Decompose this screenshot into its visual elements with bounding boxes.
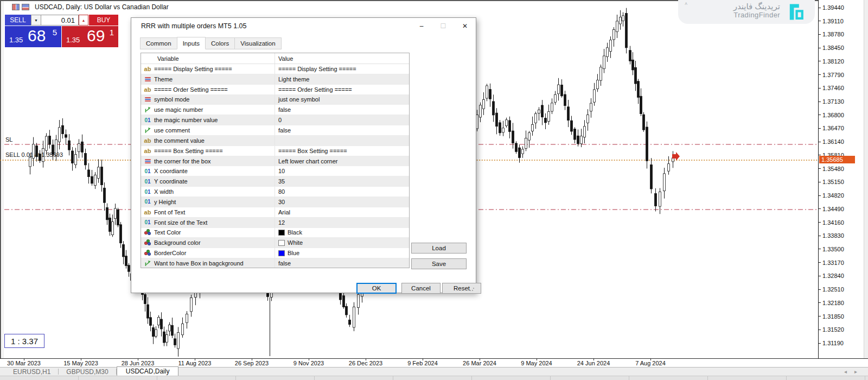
param-value[interactable]: White [275,238,409,248]
param-row[interactable]: 01y Height30 [141,197,409,207]
time-tick-label: 28 Jun 2023 [122,360,155,366]
param-name: the magic number value [154,117,275,123]
chart-title: USDCAD, Daily: US Dollar vs Canadian Dol… [35,3,169,11]
param-name: the comment value [154,137,275,144]
chart-tab-gbpusd-m30[interactable]: GBPUSD,M30 [59,368,116,376]
minimize-button[interactable]: – [411,18,432,34]
param-value[interactable]: 80 [275,187,409,197]
stop-loss-label: SL [5,136,12,143]
param-value[interactable]: ===== Order Setting ===== [275,85,409,94]
param-value[interactable]: Light theme [275,74,409,84]
cancel-button[interactable]: Cancel [401,283,441,294]
param-value[interactable]: Arial [275,207,409,217]
price-tick: 1.34820 [819,192,844,199]
param-row[interactable]: abFont of TextArial [141,207,409,218]
tab-scroll-arrows[interactable]: ◂▸ [844,369,865,375]
param-value[interactable]: false [275,125,409,135]
dialog-tab-common[interactable]: Common [140,37,177,49]
param-value[interactable]: 0 [275,115,409,125]
param-row[interactable]: symbol modejust one symbol [141,95,409,105]
price-tick-label: 1.36140 [822,138,844,145]
tab-scroll-right-icon[interactable]: ▸ [854,369,865,375]
tick-mark [819,222,821,223]
param-row[interactable]: Background colorWhite [141,238,409,248]
bid-price-display[interactable]: 1.35 68 5 [5,26,61,47]
param-row[interactable]: 01X coordiante10 [141,166,409,176]
price-tick: 1.39110 [819,17,844,24]
volume-input[interactable]: 0.01 [41,15,79,26]
save-button[interactable]: Save [411,258,467,269]
price-tick: 1.37460 [819,85,844,92]
tick-mark [819,195,821,196]
param-row[interactable]: ab===== Box Setting ========== Box Setti… [141,146,409,156]
price-scale[interactable]: 1.35685 1.394401.391101.387801.384501.38… [818,0,868,358]
ask-price-display[interactable]: 1.35 69 1 [62,26,118,47]
param-value[interactable]: Left lower chart corner [275,156,409,166]
param-row[interactable]: abthe comment value [141,136,409,146]
integer-param-icon: 01 [144,199,150,205]
param-value[interactable]: ===== Box Setting ===== [275,146,409,156]
dialog-tab-colors[interactable]: Colors [205,37,235,49]
tab-scroll-left-icon[interactable]: ◂ [844,369,854,375]
price-tick-label: 1.31850 [822,313,844,320]
param-row[interactable]: 01Y coordinate35 [141,176,409,187]
param-row[interactable]: Text ColorBlack [141,228,409,238]
param-row[interactable]: ab===== Order Setting ========== Order S… [141,85,409,95]
price-tick-label: 1.38780 [822,31,844,37]
param-row[interactable]: use commentfalse [141,125,409,136]
param-value[interactable]: ===== Display Setting ===== [275,64,409,74]
param-row[interactable]: 01X width80 [141,187,409,197]
chart-tab-usdcad-daily[interactable]: USDCAD,Daily [117,366,179,376]
param-row[interactable]: 01Font size of the Text12 [141,218,409,228]
param-row[interactable]: use magic numberfalse [141,105,409,115]
volume-dropdown-button[interactable]: ▼ [31,15,41,26]
price-tick-label: 1.39440 [822,4,844,11]
param-row[interactable]: BorderColorBlue [141,248,409,258]
bottom-status-strip [0,376,868,380]
dialog-tab-visualization[interactable]: Visualization [234,37,281,49]
enum-param-icon [145,159,151,164]
param-value[interactable]: 35 [275,176,409,186]
dialog-title-bar[interactable]: RRR with multiple orders MT5 1.05 – ☐ ✕ [131,18,476,34]
volume-step-up-button[interactable]: ▲ [79,15,88,26]
param-value[interactable] [275,136,409,145]
close-button[interactable]: ✕ [454,18,476,34]
buy-button[interactable]: BUY [89,15,118,26]
market-watch-icon[interactable] [12,4,20,10]
param-value-text: false [278,127,291,134]
param-value[interactable]: Blue [275,248,409,258]
param-value[interactable]: false [275,258,409,268]
dialog-tab-inputs[interactable]: Inputs [177,37,206,49]
param-value[interactable]: Black [275,228,409,238]
param-row[interactable]: ab===== Display Setting ========== Displ… [141,64,409,74]
param-row[interactable]: the corner for the boxLeft lower chart c… [141,156,409,167]
price-tick-label: 1.38120 [822,58,844,65]
bid-ask-display: 1.35 68 5 1.35 69 1 [5,26,118,47]
resize-grip[interactable] [469,286,475,292]
integer-param-icon: 01 [144,189,150,195]
tick-mark [819,61,821,61]
chart-tab-eurusd-h1[interactable]: EURUSD,H1 [5,368,58,376]
risk-reward-ratio-box[interactable]: 1 : 3.37 [4,334,44,348]
param-row[interactable]: 01the magic number value0 [141,115,409,125]
price-tick: 1.36800 [819,111,844,118]
sell-button[interactable]: SELL [5,15,31,26]
right-scrollbar-strip[interactable] [864,0,868,358]
ask-price-small: 1.35 [66,36,80,44]
param-value[interactable]: 10 [275,166,409,176]
chart-header: USDCAD, Daily: US Dollar vs Canadian Dol… [12,3,169,11]
price-tick-label: 1.33170 [822,259,844,266]
param-value[interactable]: 12 [275,218,409,227]
load-button[interactable]: Load [411,243,467,254]
reset-button[interactable]: Reset [442,283,481,294]
param-row[interactable]: Want to have Box in bagckgroundfalse [141,258,409,268]
param-value[interactable]: false [275,105,409,115]
price-tick: 1.33170 [819,259,844,266]
param-value[interactable]: 30 [275,197,409,207]
param-row[interactable]: ThemeLight theme [141,74,409,85]
ok-button[interactable]: OK [356,283,397,294]
chart-window-icon[interactable] [22,4,29,10]
param-value[interactable]: just one symbol [275,95,409,105]
price-tick: 1.37790 [819,71,844,78]
time-tick-label: 26 Mar 2024 [463,360,496,366]
